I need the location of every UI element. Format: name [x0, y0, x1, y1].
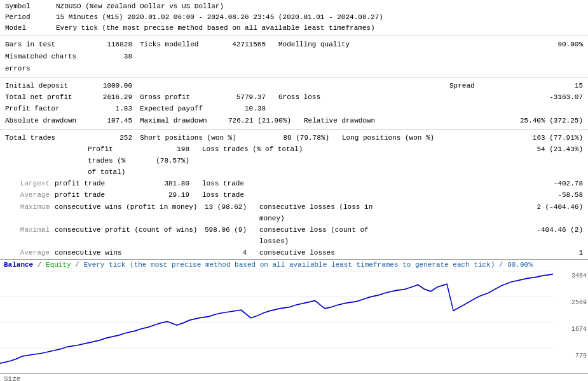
gross-profit-label: Gross profit: [132, 91, 215, 103]
chart-desc: Every tick (the most precise method base…: [83, 261, 532, 269]
largest-profit-sub: profit trade: [50, 178, 132, 189]
largest-profit-value: 381.80: [132, 178, 189, 189]
rel-drawdown-label: Relative drawdown: [291, 115, 380, 126]
chart-svg: [0, 271, 553, 373]
avg-label: Average: [5, 189, 50, 201]
maximal-label: Maximal: [5, 224, 50, 247]
maximal-consec-profit-sub: consecutive profit (count of wins): [50, 224, 202, 247]
model-label: Model: [5, 23, 56, 34]
size-label: Size: [4, 375, 20, 381]
avg-consec-wins-sub: consecutive wins: [50, 247, 202, 258]
balance-chart: Balance / Equity / Every tick (the most …: [0, 259, 588, 373]
avg-loss-label: loss trade: [189, 189, 304, 201]
profit-trades-value: 198 (78.57%): [132, 144, 189, 178]
largest-loss-label: loss trade: [189, 178, 304, 189]
abs-drawdown-value: 107.45: [88, 115, 132, 126]
largest-label: Largest: [5, 178, 50, 189]
expected-payoff-value: 10.38: [215, 103, 266, 114]
avg-profit-value: 29.19: [132, 189, 189, 201]
avg-profit-sub: profit trade: [50, 189, 132, 201]
init-deposit-value: 1000.00: [88, 80, 132, 91]
maximal-consec-loss-label: consecutive loss (count of losses): [247, 224, 380, 247]
max-drawdown-label: Maximal drawdown: [132, 115, 215, 126]
gross-profit-value: 5779.37: [215, 91, 266, 103]
avg-consec-wins-value: 4: [202, 247, 247, 258]
period-value: 15 Minutes (M15) 2020.01.02 06:00 - 2024…: [56, 12, 383, 23]
quality-value: 90.00%: [367, 39, 583, 51]
bars-label: Bars in test: [5, 39, 88, 51]
y-label-bottom: 779: [554, 352, 587, 359]
abs-drawdown-label: Absolute drawdown: [5, 115, 88, 126]
max-drawdown-value: 726.21 (21.90%): [215, 115, 291, 126]
short-label: Short positions (won %): [132, 132, 272, 144]
long-label: Long positions (won %): [329, 132, 437, 144]
bars-value: 116828: [88, 39, 132, 51]
size-section: Size: [0, 373, 588, 381]
gross-loss-label: Gross loss: [266, 91, 348, 103]
avg-loss-value: -58.58: [304, 189, 583, 201]
total-trades-value: 252: [88, 132, 132, 144]
max-consec-losses-value: 2 (-404.46): [380, 201, 583, 224]
spread-value: 15: [551, 80, 583, 91]
quality-label: Modelling quality: [266, 39, 367, 51]
maximal-consec-loss-value: -404.46 (2): [380, 224, 583, 247]
rel-drawdown-value: 25.40% (372.25): [380, 115, 583, 126]
long-value: 163 (77.91%): [437, 132, 583, 144]
sep2: /: [71, 261, 84, 269]
y-label-2: 2569: [554, 299, 587, 306]
net-profit-value: 2616.29: [88, 91, 132, 103]
avg-consec-label: Average: [5, 247, 50, 258]
max-consec-losses-label: consecutive losses (loss in money): [247, 201, 380, 224]
ticks-label: Ticks modelled: [132, 39, 215, 51]
model-value: Every tick (the most precise method base…: [56, 23, 375, 34]
profit-factor-label: Profit factor: [5, 103, 88, 114]
symbol-value: NZDUSD (New Zealand Dollar vs US Dollar): [56, 1, 224, 12]
gross-loss-value: -3163.07: [348, 91, 583, 103]
loss-trades-label: Loss trades (% of total): [189, 144, 304, 178]
profit-trades-label: Profit trades (% of total): [5, 144, 132, 178]
mismatch-value: 38: [88, 51, 132, 63]
avg-consec-losses-value: 1: [380, 247, 583, 258]
y-label-3: 1674: [554, 326, 587, 333]
net-profit-label: Total net profit: [5, 91, 88, 103]
sep1: /: [33, 261, 46, 269]
init-deposit-label: Initial deposit: [5, 80, 88, 91]
max-consec-wins-sub: consecutive wins (profit in money): [50, 201, 202, 224]
spread-label: Spread: [449, 80, 551, 91]
y-label-top: 3464: [554, 272, 587, 279]
symbol-label: Symbol: [5, 1, 56, 12]
total-trades-label: Total trades: [5, 132, 88, 144]
loss-trades-value: 54 (21.43%): [304, 144, 583, 178]
mismatch-label: Mismatched charts errors: [5, 51, 88, 74]
ticks-value: 42711565: [215, 39, 266, 51]
max-consec-wins-value: 13 (98.62): [202, 201, 247, 224]
chart-yaxis: 3464 2569 1674 779: [553, 271, 588, 361]
max-consec-label: Maximum: [5, 201, 50, 224]
profit-factor-value: 1.83: [88, 103, 132, 114]
balance-label: Balance: [4, 261, 33, 269]
short-value: 89 (79.78%): [272, 132, 329, 144]
avg-consec-losses-label: consecutive losses: [247, 247, 380, 258]
maximal-consec-profit-value: 598.06 (9): [202, 224, 247, 247]
largest-loss-value: -402.78: [304, 178, 583, 189]
period-label: Period: [5, 12, 56, 23]
balance-line: [0, 274, 553, 364]
chart-title: Balance / Equity / Every tick (the most …: [0, 260, 588, 270]
expected-payoff-label: Expected payoff: [132, 103, 215, 114]
equity-label: Equity: [46, 261, 71, 269]
